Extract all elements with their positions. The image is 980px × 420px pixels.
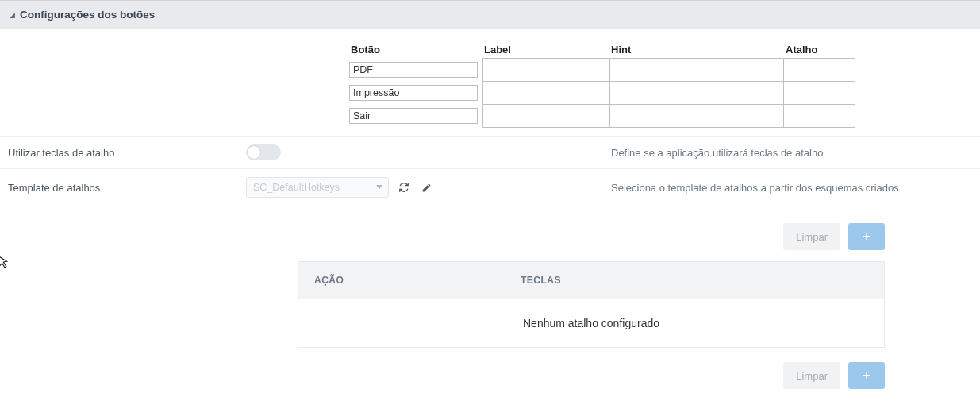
clear-button-1[interactable]: Limpar [783,223,840,250]
shortcut-box: AÇÃO TECLAS Nenhum atalho configurado [298,261,885,348]
use-hotkeys-toggle[interactable] [246,144,281,160]
template-desc: Seleciona o template de atalhos a partir… [611,182,972,194]
atalho-input-1[interactable] [784,84,850,102]
th-hint: Hint [609,42,784,58]
th-acao: AÇÃO [314,275,521,286]
collapse-icon: ◢ [10,11,15,19]
botao-input-1[interactable] [349,85,478,101]
atalho-input-0[interactable] [784,61,850,79]
panel-header[interactable]: ◢ Configurações dos botões [0,0,980,29]
atalho-input-2[interactable] [784,107,850,125]
label-input-2[interactable] [483,107,605,125]
th-atalho: Atalho [784,42,855,58]
template-label: Template de atalhos [8,182,246,194]
add-button-2[interactable]: + [848,362,885,389]
shortcut-empty: Nenhum atalho configurado [298,299,884,347]
clear-button-2[interactable]: Limpar [783,362,840,389]
th-teclas: TECLAS [521,275,561,286]
button-config-table: Botão Label Hint Atalho [349,42,855,128]
refresh-icon[interactable] [397,180,411,195]
shortcut-head: AÇÃO TECLAS [298,262,884,299]
th-label: Label [482,42,609,58]
botao-input-2[interactable] [349,108,478,124]
template-select[interactable]: SC_DefaultHotkeys [246,177,389,198]
lha-grid [482,58,855,128]
add-button-1[interactable]: + [848,223,885,250]
use-hotkeys-label: Utilizar teclas de atalho [8,147,246,159]
edit-icon[interactable] [419,180,433,195]
hint-input-1[interactable] [610,84,779,102]
botao-input-0[interactable] [349,62,478,78]
row-use-hotkeys: Utilizar teclas de atalho Define se a ap… [0,136,980,168]
action-bar-1: Limpar + [0,206,980,261]
label-input-1[interactable] [483,84,605,102]
th-botao: Botão [349,42,482,58]
hint-input-0[interactable] [610,61,779,79]
label-input-0[interactable] [483,61,605,79]
use-hotkeys-desc: Define se a aplicação utilizará teclas d… [611,147,972,159]
row-template: Template de atalhos SC_DefaultHotkeys Se… [0,168,980,206]
panel-title: Configurações dos botões [20,9,155,21]
action-bar-2: Limpar + [0,348,980,400]
hint-input-2[interactable] [610,107,779,125]
button-config-table-wrap: Botão Label Hint Atalho [0,29,980,136]
